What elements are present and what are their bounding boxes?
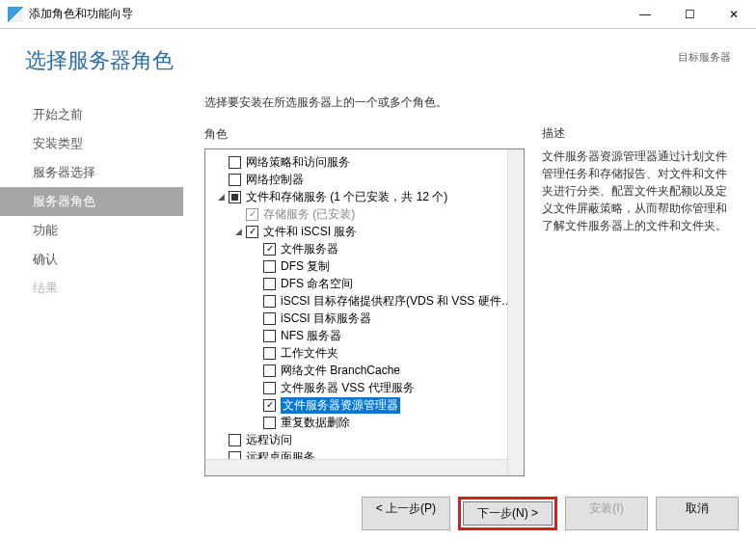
checkbox-icon[interactable] <box>229 174 241 186</box>
checkbox-icon[interactable] <box>263 364 276 377</box>
sidebar-item-confirm[interactable]: 确认 <box>0 245 183 274</box>
checkbox-icon[interactable] <box>246 208 258 221</box>
footer: < 上一步(P) 下一步(N) > 安装(I) 取消 <box>362 497 739 530</box>
main-panel: 选择要安装在所选服务器上的一个或多个角色。 角色 网络策略和访问服务 网络控制器… <box>183 85 756 500</box>
checkbox-icon[interactable] <box>229 191 241 203</box>
sidebar-item-features[interactable]: 功能 <box>0 216 183 245</box>
page-title: 选择服务器角色 <box>25 46 678 75</box>
checkbox-icon[interactable] <box>263 399 276 412</box>
description-label: 描述 <box>542 125 735 142</box>
prev-button[interactable]: < 上一步(P) <box>362 497 450 530</box>
maximize-button[interactable]: ☐ <box>667 0 712 29</box>
tree-item[interactable]: DFS 命名空间 <box>207 275 522 292</box>
checkbox-icon[interactable] <box>263 417 276 429</box>
next-button[interactable]: 下一步(N) > <box>463 501 553 526</box>
checkbox-icon[interactable] <box>263 347 276 360</box>
sidebar-item-results: 结果 <box>0 274 183 303</box>
tree-item[interactable]: DFS 复制 <box>207 257 522 275</box>
close-button[interactable]: ✕ <box>712 0 756 29</box>
tree-item[interactable]: ◢文件和 iSCSI 服务 <box>207 223 522 240</box>
collapse-icon[interactable]: ◢ <box>232 226 244 237</box>
sidebar-item-server-roles[interactable]: 服务器角色 <box>0 187 183 216</box>
checkbox-icon[interactable] <box>263 260 276 273</box>
sidebar: 开始之前 安装类型 服务器选择 服务器角色 功能 确认 结果 <box>0 85 183 500</box>
window-title: 添加角色和功能向导 <box>29 6 623 22</box>
tree-item[interactable]: 远程访问 <box>207 431 522 448</box>
checkbox-icon[interactable] <box>263 312 276 325</box>
tree-item[interactable]: 文件服务器 <box>207 240 522 257</box>
checkbox-icon[interactable] <box>263 278 276 290</box>
titlebar: 添加角色和功能向导 — ☐ ✕ <box>0 0 756 29</box>
checkbox-icon[interactable] <box>263 382 276 394</box>
roles-tree[interactable]: 网络策略和访问服务 网络控制器 ◢文件和存储服务 (1 个已安装，共 12 个)… <box>204 148 525 476</box>
tree-item[interactable]: 文件服务器 VSS 代理服务 <box>207 379 522 396</box>
checkbox-icon[interactable] <box>229 434 241 446</box>
tree-item[interactable]: iSCSI 目标服务器 <box>207 310 522 327</box>
app-icon <box>8 7 23 22</box>
tree-item[interactable]: ◢文件和存储服务 (1 个已安装，共 12 个) <box>207 188 522 205</box>
collapse-icon[interactable]: ◢ <box>215 191 227 202</box>
install-button: 安装(I) <box>565 497 648 530</box>
tree-item[interactable]: 网络控制器 <box>207 171 522 188</box>
roles-label: 角色 <box>204 126 525 143</box>
sidebar-item-install-type[interactable]: 安装类型 <box>0 129 183 158</box>
minimize-button[interactable]: — <box>623 0 667 29</box>
header: 选择服务器角色 目标服务器 <box>0 29 756 85</box>
body: 开始之前 安装类型 服务器选择 服务器角色 功能 确认 结果 选择要安装在所选服… <box>0 85 756 500</box>
destination-label: 目标服务器 <box>678 50 731 65</box>
tree-item[interactable]: 存储服务 (已安装) <box>207 205 522 223</box>
roles-column: 选择要安装在所选服务器上的一个或多个角色。 角色 网络策略和访问服务 网络控制器… <box>204 94 525 500</box>
instruction-text: 选择要安装在所选服务器上的一个或多个角色。 <box>204 94 525 111</box>
tree-item[interactable]: 网络文件 BranchCache <box>207 362 522 379</box>
checkbox-icon[interactable] <box>229 156 241 169</box>
tree-item[interactable]: 工作文件夹 <box>207 344 522 362</box>
checkbox-icon[interactable] <box>263 243 276 256</box>
tree-item[interactable]: 文件服务器资源管理器 <box>207 396 522 414</box>
tree-item[interactable]: 网络策略和访问服务 <box>207 153 522 171</box>
checkbox-icon[interactable] <box>263 330 276 342</box>
description-text: 文件服务器资源管理器通过计划文件管理任务和存储报告、对文件和文件夹进行分类、配置… <box>542 148 735 234</box>
scrollbar-horizontal[interactable] <box>205 459 507 475</box>
tree-item[interactable]: NFS 服务器 <box>207 327 522 344</box>
tree-item[interactable]: 重复数据删除 <box>207 414 522 431</box>
cancel-button[interactable]: 取消 <box>656 497 739 530</box>
checkbox-icon[interactable] <box>246 226 258 238</box>
scrollbar-vertical[interactable] <box>507 149 524 475</box>
sidebar-item-server-selection[interactable]: 服务器选择 <box>0 158 183 187</box>
checkbox-icon[interactable] <box>263 295 276 308</box>
sidebar-item-before-begin[interactable]: 开始之前 <box>0 100 183 129</box>
tree-item[interactable]: iSCSI 目标存储提供程序(VDS 和 VSS 硬件… <box>207 292 522 310</box>
next-button-highlight: 下一步(N) > <box>458 497 557 530</box>
description-column: 描述 文件服务器资源管理器通过计划文件管理任务和存储报告、对文件和文件夹进行分类… <box>542 94 735 500</box>
